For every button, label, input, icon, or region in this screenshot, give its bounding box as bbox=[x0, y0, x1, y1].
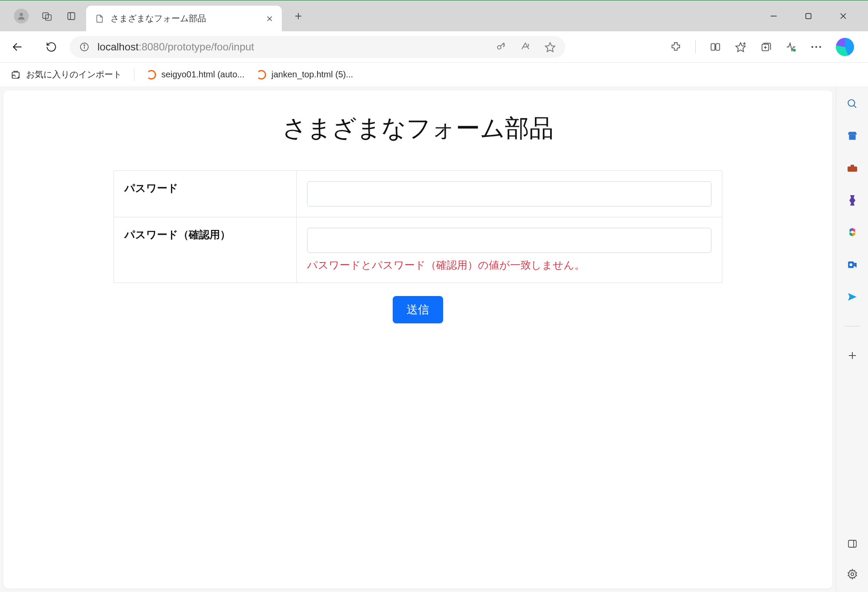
ellipsis-icon bbox=[811, 45, 822, 49]
favorites-icon[interactable] bbox=[735, 41, 746, 53]
svg-rect-21 bbox=[716, 43, 720, 50]
svg-point-31 bbox=[819, 46, 821, 47]
person-icon bbox=[17, 11, 26, 21]
table-row: パスワード（確認用） パスワードとパスワード（確認用）の値が一致しません。 bbox=[114, 217, 722, 283]
window-close-button[interactable] bbox=[838, 10, 849, 22]
close-icon bbox=[266, 15, 273, 22]
svg-point-44 bbox=[851, 573, 854, 576]
bookmarks-bar: お気に入りのインポート seigyo01.html (auto... janke… bbox=[0, 63, 868, 87]
field-label: パスワード bbox=[114, 171, 297, 217]
copilot-icon[interactable] bbox=[836, 38, 854, 56]
browser-toolbar: localhost:8080/prototype/foo/input bbox=[0, 31, 868, 63]
refresh-icon bbox=[46, 41, 57, 53]
close-icon bbox=[839, 12, 848, 20]
bookmarks-import-label: お気に入りのインポート bbox=[26, 69, 122, 80]
performance-icon[interactable] bbox=[785, 41, 797, 53]
read-aloud-icon[interactable] bbox=[520, 41, 531, 53]
window-maximize-button[interactable] bbox=[803, 10, 814, 22]
gear-icon bbox=[847, 569, 858, 580]
sidebar-m365-icon[interactable] bbox=[846, 226, 859, 239]
sidebar-panel-icon[interactable] bbox=[846, 537, 859, 550]
submit-button[interactable]: 送信 bbox=[393, 296, 443, 323]
sidebar-send-icon[interactable] bbox=[846, 290, 859, 303]
page-title: さまざまなフォーム部品 bbox=[114, 112, 722, 145]
svg-point-17 bbox=[497, 46, 501, 49]
more-menu-button[interactable] bbox=[811, 45, 822, 49]
sidebar-add-button[interactable] bbox=[846, 349, 859, 362]
profile-avatar[interactable] bbox=[14, 9, 29, 23]
minimize-icon bbox=[769, 12, 778, 20]
url-path: /prototype/foo/input bbox=[165, 41, 254, 53]
refresh-button[interactable] bbox=[43, 38, 60, 56]
sidebar-divider bbox=[844, 326, 861, 326]
password-confirm-input[interactable] bbox=[307, 228, 711, 253]
extensions-icon[interactable] bbox=[670, 41, 681, 53]
sidebar-shopping-icon[interactable] bbox=[846, 130, 859, 143]
svg-point-28 bbox=[793, 49, 796, 52]
plus-icon bbox=[294, 12, 303, 20]
url-port: :8080 bbox=[139, 41, 165, 53]
page-content: さまざまなフォーム部品 パスワード パスワード（確認用） パスワードとパスワード… bbox=[114, 112, 722, 323]
svg-marker-19 bbox=[545, 43, 555, 52]
bookmark-separator bbox=[134, 69, 134, 81]
content-area: さまざまなフォーム部品 パスワード パスワード（確認用） パスワードとパスワード… bbox=[0, 87, 868, 592]
svg-point-30 bbox=[815, 46, 817, 47]
toolbar-separator bbox=[695, 40, 696, 53]
svg-rect-37 bbox=[851, 165, 854, 167]
svg-point-0 bbox=[20, 13, 23, 16]
page-icon bbox=[95, 14, 104, 23]
svg-rect-20 bbox=[711, 43, 715, 50]
favorite-star-icon[interactable] bbox=[544, 41, 556, 53]
svg-marker-22 bbox=[736, 43, 745, 52]
url-text: localhost:8080/prototype/foo/input bbox=[97, 41, 254, 53]
back-button[interactable] bbox=[9, 38, 26, 56]
collections-icon[interactable] bbox=[760, 41, 771, 53]
svg-point-39 bbox=[849, 263, 852, 266]
sidebar-bottom bbox=[846, 537, 859, 592]
sidebar-games-icon[interactable] bbox=[846, 194, 859, 207]
browser-tab[interactable]: さまざまなフォーム部品 bbox=[86, 6, 282, 32]
window-minimize-button[interactable] bbox=[768, 10, 779, 22]
bookmark-label: seigyo01.html (auto... bbox=[161, 70, 244, 80]
bookmark-label: janken_top.html (5)... bbox=[271, 70, 353, 80]
form-table: パスワード パスワード（確認用） パスワードとパスワード（確認用）の値が一致しま… bbox=[114, 170, 722, 283]
window-controls bbox=[768, 10, 865, 22]
loading-spinner-icon bbox=[147, 70, 156, 80]
workspaces-icon[interactable] bbox=[41, 10, 53, 22]
svg-rect-35 bbox=[849, 135, 855, 140]
submit-wrap: 送信 bbox=[114, 296, 722, 323]
svg-rect-36 bbox=[848, 166, 857, 172]
svg-point-29 bbox=[811, 46, 813, 47]
password-key-icon[interactable] bbox=[496, 41, 506, 53]
svg-point-33 bbox=[848, 100, 855, 106]
address-bar[interactable]: localhost:8080/prototype/foo/input bbox=[70, 36, 565, 58]
browser-titlebar: さまざまなフォーム部品 bbox=[0, 0, 868, 31]
new-tab-button[interactable] bbox=[292, 10, 304, 22]
bookmark-item[interactable]: janken_top.html (5)... bbox=[257, 70, 353, 80]
toolbar-actions bbox=[670, 38, 859, 56]
field-cell: パスワードとパスワード（確認用）の値が一致しません。 bbox=[297, 217, 722, 283]
sidebar-outlook-icon[interactable] bbox=[846, 258, 859, 271]
table-row: パスワード bbox=[114, 171, 722, 217]
tab-close-button[interactable] bbox=[265, 14, 274, 23]
split-screen-icon[interactable] bbox=[710, 41, 721, 53]
sidebar-tools-icon[interactable] bbox=[846, 162, 859, 175]
edge-sidebar bbox=[836, 87, 868, 592]
sidebar-settings-icon[interactable] bbox=[846, 568, 859, 581]
svg-rect-3 bbox=[68, 13, 75, 20]
titlebar-left bbox=[3, 9, 77, 23]
site-info-icon[interactable] bbox=[79, 42, 90, 52]
svg-point-16 bbox=[84, 45, 85, 46]
svg-line-34 bbox=[854, 105, 856, 107]
bookmarks-import-button[interactable]: お気に入りのインポート bbox=[10, 69, 122, 80]
sidebar-search-icon[interactable] bbox=[846, 97, 859, 110]
page-viewport: さまざまなフォーム部品 パスワード パスワード（確認用） パスワードとパスワード… bbox=[3, 90, 832, 589]
password-input[interactable] bbox=[307, 181, 711, 206]
svg-rect-10 bbox=[806, 13, 811, 19]
tab-title: さまざまなフォーム部品 bbox=[110, 13, 259, 24]
plus-icon bbox=[848, 351, 857, 360]
arrow-left-icon bbox=[11, 41, 23, 53]
tab-actions-icon[interactable] bbox=[65, 10, 77, 22]
bookmark-item[interactable]: seigyo01.html (auto... bbox=[147, 70, 244, 80]
maximize-icon bbox=[805, 12, 812, 20]
